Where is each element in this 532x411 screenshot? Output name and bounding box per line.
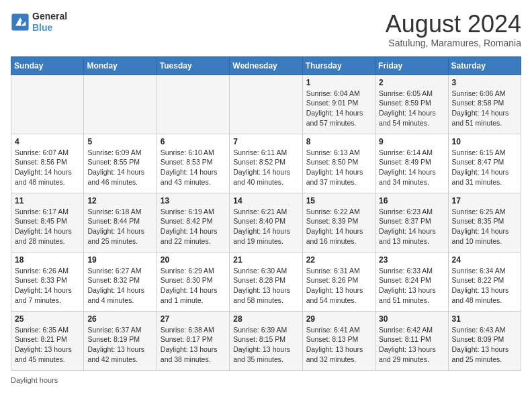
calendar-cell: 30Sunrise: 6:42 AMSunset: 8:11 PMDayligh… — [375, 311, 448, 370]
day-info: Sunrise: 6:13 AMSunset: 8:50 PMDaylight:… — [306, 148, 371, 187]
day-number: 19 — [87, 255, 152, 265]
calendar-cell: 7Sunrise: 6:11 AMSunset: 8:52 PMDaylight… — [230, 134, 302, 193]
calendar-cell — [84, 75, 157, 134]
page-header: General Blue August 2024 Satulung, Maram… — [11, 11, 521, 48]
calendar-cell: 21Sunrise: 6:30 AMSunset: 8:28 PMDayligh… — [230, 252, 302, 311]
day-number: 9 — [379, 137, 444, 146]
calendar-cell: 15Sunrise: 6:22 AMSunset: 8:39 PMDayligh… — [302, 193, 375, 252]
calendar-cell: 16Sunrise: 6:23 AMSunset: 8:37 PMDayligh… — [375, 193, 448, 252]
day-info: Sunrise: 6:31 AMSunset: 8:26 PMDaylight:… — [306, 266, 371, 306]
day-number: 7 — [233, 137, 298, 146]
day-number: 5 — [87, 137, 152, 146]
day-info: Sunrise: 6:43 AMSunset: 8:09 PMDaylight:… — [452, 325, 517, 365]
day-number: 15 — [306, 196, 371, 205]
day-info: Sunrise: 6:35 AMSunset: 8:21 PMDaylight:… — [15, 325, 80, 365]
day-number: 10 — [452, 137, 517, 146]
footer-note: Daylight hours — [11, 376, 521, 384]
calendar-cell: 11Sunrise: 6:17 AMSunset: 8:45 PMDayligh… — [11, 193, 84, 252]
day-header-sunday: Sunday — [11, 56, 84, 75]
day-number: 18 — [15, 255, 80, 265]
calendar-week-row: 4Sunrise: 6:07 AMSunset: 8:56 PMDaylight… — [11, 134, 521, 193]
day-number: 22 — [306, 255, 371, 265]
day-info: Sunrise: 6:17 AMSunset: 8:45 PMDaylight:… — [15, 207, 80, 246]
day-info: Sunrise: 6:15 AMSunset: 8:47 PMDaylight:… — [452, 148, 517, 187]
day-number: 1 — [306, 78, 371, 87]
day-info: Sunrise: 6:38 AMSunset: 8:17 PMDaylight:… — [161, 325, 226, 365]
calendar-cell: 20Sunrise: 6:29 AMSunset: 8:30 PMDayligh… — [157, 252, 229, 311]
day-info: Sunrise: 6:25 AMSunset: 8:35 PMDaylight:… — [452, 207, 517, 246]
day-number: 30 — [379, 314, 444, 324]
calendar-cell: 10Sunrise: 6:15 AMSunset: 8:47 PMDayligh… — [448, 134, 521, 193]
calendar-header-row: SundayMondayTuesdayWednesdayThursdayFrid… — [11, 56, 521, 75]
day-number: 14 — [233, 196, 298, 205]
calendar-cell: 28Sunrise: 6:39 AMSunset: 8:15 PMDayligh… — [230, 311, 302, 370]
calendar-cell: 1Sunrise: 6:04 AMSunset: 9:01 PMDaylight… — [302, 75, 375, 134]
logo-icon — [11, 13, 30, 32]
day-info: Sunrise: 6:33 AMSunset: 8:24 PMDaylight:… — [379, 266, 444, 306]
logo-text: General Blue — [32, 11, 67, 34]
logo: General Blue — [11, 11, 67, 34]
calendar-cell — [157, 75, 229, 134]
day-info: Sunrise: 6:37 AMSunset: 8:19 PMDaylight:… — [87, 325, 152, 365]
calendar-cell: 3Sunrise: 6:06 AMSunset: 8:58 PMDaylight… — [448, 75, 521, 134]
day-header-friday: Friday — [375, 56, 448, 75]
day-number: 12 — [87, 196, 152, 205]
calendar-cell: 13Sunrise: 6:19 AMSunset: 8:42 PMDayligh… — [157, 193, 229, 252]
day-number: 6 — [161, 137, 226, 146]
day-number: 16 — [379, 196, 444, 205]
calendar-week-row: 11Sunrise: 6:17 AMSunset: 8:45 PMDayligh… — [11, 193, 521, 252]
day-header-saturday: Saturday — [448, 56, 521, 75]
day-number: 31 — [452, 314, 517, 324]
calendar-cell: 17Sunrise: 6:25 AMSunset: 8:35 PMDayligh… — [448, 193, 521, 252]
day-number: 8 — [306, 137, 371, 146]
day-info: Sunrise: 6:26 AMSunset: 8:33 PMDaylight:… — [15, 266, 80, 306]
calendar-cell: 19Sunrise: 6:27 AMSunset: 8:32 PMDayligh… — [84, 252, 157, 311]
calendar-cell — [230, 75, 302, 134]
day-header-thursday: Thursday — [302, 56, 375, 75]
calendar-week-row: 18Sunrise: 6:26 AMSunset: 8:33 PMDayligh… — [11, 252, 521, 311]
calendar-cell — [11, 75, 84, 134]
calendar-week-row: 25Sunrise: 6:35 AMSunset: 8:21 PMDayligh… — [11, 311, 521, 370]
logo-blue: Blue — [32, 22, 67, 34]
day-number: 11 — [15, 196, 80, 205]
day-info: Sunrise: 6:42 AMSunset: 8:11 PMDaylight:… — [379, 325, 444, 365]
calendar-cell: 2Sunrise: 6:05 AMSunset: 8:59 PMDaylight… — [375, 75, 448, 134]
calendar-cell: 8Sunrise: 6:13 AMSunset: 8:50 PMDaylight… — [302, 134, 375, 193]
day-number: 3 — [452, 78, 517, 87]
day-info: Sunrise: 6:11 AMSunset: 8:52 PMDaylight:… — [233, 148, 298, 187]
calendar-cell: 5Sunrise: 6:09 AMSunset: 8:55 PMDaylight… — [84, 134, 157, 193]
calendar-cell: 29Sunrise: 6:41 AMSunset: 8:13 PMDayligh… — [302, 311, 375, 370]
calendar-cell: 27Sunrise: 6:38 AMSunset: 8:17 PMDayligh… — [157, 311, 229, 370]
day-number: 4 — [15, 137, 80, 146]
calendar-cell: 24Sunrise: 6:34 AMSunset: 8:22 PMDayligh… — [448, 252, 521, 311]
day-info: Sunrise: 6:18 AMSunset: 8:44 PMDaylight:… — [87, 207, 152, 246]
day-number: 17 — [452, 196, 517, 205]
subtitle: Satulung, Maramures, Romania — [386, 38, 521, 48]
calendar-cell: 26Sunrise: 6:37 AMSunset: 8:19 PMDayligh… — [84, 311, 157, 370]
day-number: 13 — [161, 196, 226, 205]
logo-general: General — [32, 11, 67, 22]
day-number: 29 — [306, 314, 371, 324]
day-info: Sunrise: 6:05 AMSunset: 8:59 PMDaylight:… — [379, 89, 444, 128]
day-number: 24 — [452, 255, 517, 265]
day-info: Sunrise: 6:04 AMSunset: 9:01 PMDaylight:… — [306, 89, 371, 128]
day-info: Sunrise: 6:19 AMSunset: 8:42 PMDaylight:… — [161, 207, 226, 246]
day-header-tuesday: Tuesday — [157, 56, 229, 75]
calendar-cell: 14Sunrise: 6:21 AMSunset: 8:40 PMDayligh… — [230, 193, 302, 252]
day-number: 21 — [233, 255, 298, 265]
title-block: August 2024 Satulung, Maramures, Romania — [386, 11, 521, 48]
day-info: Sunrise: 6:41 AMSunset: 8:13 PMDaylight:… — [306, 325, 371, 365]
calendar-week-row: 1Sunrise: 6:04 AMSunset: 9:01 PMDaylight… — [11, 75, 521, 134]
day-info: Sunrise: 6:30 AMSunset: 8:28 PMDaylight:… — [233, 266, 298, 306]
day-info: Sunrise: 6:14 AMSunset: 8:49 PMDaylight:… — [379, 148, 444, 187]
day-number: 23 — [379, 255, 444, 265]
day-info: Sunrise: 6:39 AMSunset: 8:15 PMDaylight:… — [233, 325, 298, 365]
calendar-cell: 22Sunrise: 6:31 AMSunset: 8:26 PMDayligh… — [302, 252, 375, 311]
calendar-cell: 23Sunrise: 6:33 AMSunset: 8:24 PMDayligh… — [375, 252, 448, 311]
calendar-cell: 31Sunrise: 6:43 AMSunset: 8:09 PMDayligh… — [448, 311, 521, 370]
day-number: 28 — [233, 314, 298, 324]
day-info: Sunrise: 6:21 AMSunset: 8:40 PMDaylight:… — [233, 207, 298, 246]
day-info: Sunrise: 6:09 AMSunset: 8:55 PMDaylight:… — [87, 148, 152, 187]
day-number: 2 — [379, 78, 444, 87]
calendar-cell: 25Sunrise: 6:35 AMSunset: 8:21 PMDayligh… — [11, 311, 84, 370]
